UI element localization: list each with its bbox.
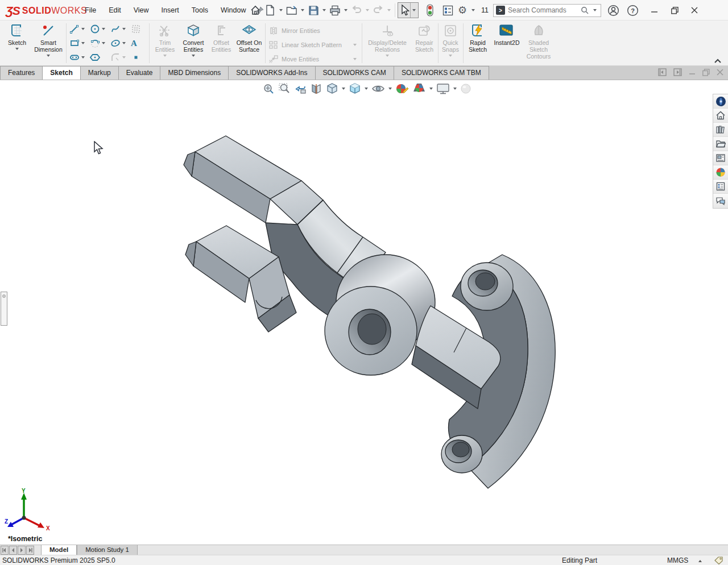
tab-sketch[interactable]: Sketch xyxy=(42,66,80,80)
account-button[interactable] xyxy=(607,3,621,18)
tab-solidworks-cam-tbm[interactable]: SOLIDWORKS CAM TBM xyxy=(394,66,489,80)
appearances-scenes-icon[interactable] xyxy=(713,165,728,180)
spline-tool-icon[interactable] xyxy=(110,24,121,34)
tab-features[interactable]: Features xyxy=(0,66,43,80)
polygon-tool-icon[interactable] xyxy=(90,52,100,63)
doc-restore-icon[interactable] xyxy=(702,69,710,76)
new-document-dropdown[interactable] xyxy=(279,9,283,11)
tab-scroll-next-icon[interactable] xyxy=(18,546,26,555)
smart-dimension-dropdown[interactable] xyxy=(47,55,50,57)
restore-window-button[interactable] xyxy=(667,2,684,19)
tab-evaluate[interactable]: Evaluate xyxy=(118,66,161,80)
previous-view-icon[interactable] xyxy=(292,82,308,95)
forum-icon[interactable] xyxy=(713,194,728,208)
text-tool-icon[interactable]: A xyxy=(131,39,137,48)
view-orientation-icon[interactable] xyxy=(324,82,340,95)
menu-insert[interactable]: Insert xyxy=(155,0,185,20)
tab-markup[interactable]: Markup xyxy=(80,66,119,80)
new-document-button[interactable] xyxy=(263,3,277,18)
units-selector[interactable]: MMGS xyxy=(667,556,688,564)
spline-dropdown[interactable] xyxy=(122,28,126,30)
search-icon[interactable] xyxy=(581,6,589,14)
pane-right-icon[interactable] xyxy=(673,68,682,76)
save-dropdown[interactable] xyxy=(322,9,326,11)
custom-properties-icon[interactable] xyxy=(713,180,728,194)
print-button[interactable] xyxy=(328,3,342,18)
3dexperience-compass-icon[interactable] xyxy=(713,94,728,109)
select-tool-dropdown[interactable] xyxy=(410,3,417,18)
offset-on-surface-button[interactable]: Offset On Surface xyxy=(235,22,263,64)
tag-icon[interactable] xyxy=(714,556,723,564)
help-button[interactable]: ? xyxy=(626,3,640,18)
undo-button[interactable] xyxy=(350,3,363,18)
sketch-dropdown[interactable] xyxy=(15,48,19,50)
tab-scroll-last-icon[interactable] xyxy=(26,546,34,555)
options-gear-button[interactable]: ⚙ xyxy=(456,3,469,18)
menu-edit[interactable]: Edit xyxy=(102,0,127,20)
menu-tools[interactable]: Tools xyxy=(185,0,214,20)
open-button[interactable] xyxy=(285,3,299,18)
convert-entities-button[interactable]: Convert Entities xyxy=(180,22,207,64)
search-dropdown[interactable] xyxy=(593,9,597,11)
rapid-sketch-button[interactable]: Rapid Sketch xyxy=(465,22,490,64)
search-commands-box[interactable]: > Search Commands xyxy=(493,4,601,17)
rectangle-tool-icon[interactable] xyxy=(69,38,80,48)
select-tool-button[interactable] xyxy=(398,2,419,18)
design-library-icon[interactable] xyxy=(713,123,728,137)
tab-scroll-first-icon[interactable] xyxy=(1,546,9,555)
minimize-window-button[interactable] xyxy=(646,2,663,19)
file-properties-button[interactable] xyxy=(441,3,454,18)
tab-solidworks-add-ins[interactable]: SOLIDWORKS Add-Ins xyxy=(228,66,315,80)
hide-show-items-icon[interactable] xyxy=(370,82,387,95)
tab-scroll-prev-icon[interactable] xyxy=(9,546,17,555)
home-button[interactable] xyxy=(249,3,262,18)
file-explorer-icon[interactable] xyxy=(713,137,728,151)
redo-button[interactable] xyxy=(371,3,385,18)
section-view-icon[interactable] xyxy=(308,82,324,95)
graphics-area[interactable]: Y X Z *Isometric xyxy=(0,80,728,545)
print-dropdown[interactable] xyxy=(344,9,348,11)
circle-tool-icon[interactable] xyxy=(90,24,100,34)
options-dropdown[interactable] xyxy=(471,9,475,11)
apply-scene-dropdown[interactable] xyxy=(429,88,433,90)
tab-mbd-dimensions[interactable]: MBD Dimensions xyxy=(160,66,229,80)
hide-show-dropdown[interactable] xyxy=(388,88,392,90)
menu-window[interactable]: Window xyxy=(214,0,252,20)
convert-entities-dropdown[interactable] xyxy=(192,55,195,57)
doc-minimize-icon[interactable] xyxy=(689,69,696,76)
edit-appearance-icon[interactable] xyxy=(394,82,411,95)
save-button[interactable] xyxy=(307,3,320,18)
units-dropdown-icon[interactable] xyxy=(698,560,702,562)
search-input[interactable]: Search Commands xyxy=(508,6,578,14)
view-orientation-dropdown[interactable] xyxy=(342,88,345,90)
collapse-ribbon-chevron-icon[interactable] xyxy=(714,59,720,63)
feature-manager-collapsed-tab[interactable] xyxy=(1,292,7,326)
motion-study-tab[interactable]: Motion Study 1 xyxy=(77,545,138,555)
tab-solidworks-cam[interactable]: SOLIDWORKS CAM xyxy=(315,66,394,80)
slot-dropdown[interactable] xyxy=(81,56,85,59)
model-tab[interactable]: Model xyxy=(41,545,77,555)
line-tool-icon[interactable] xyxy=(69,24,80,34)
line-dropdown[interactable] xyxy=(81,28,85,30)
menu-file[interactable]: File xyxy=(78,0,102,20)
model-part[interactable] xyxy=(171,126,563,496)
home-tab-icon[interactable] xyxy=(713,109,728,123)
view-settings-dropdown[interactable] xyxy=(453,88,457,90)
circle-dropdown[interactable] xyxy=(102,28,105,30)
display-style-icon[interactable] xyxy=(347,82,363,95)
ellipse-tool-icon[interactable] xyxy=(110,38,121,48)
smart-dimension-button[interactable]: Smart Dimension xyxy=(32,22,65,64)
zoom-to-fit-icon[interactable] xyxy=(260,82,276,95)
rebuild-traffic-light-icon[interactable] xyxy=(423,3,437,18)
display-style-dropdown[interactable] xyxy=(365,88,368,90)
instant2d-button[interactable]: Instant2D xyxy=(491,22,522,64)
point-tool-icon[interactable] xyxy=(131,52,141,63)
arc-tool-icon[interactable] xyxy=(90,38,100,48)
pane-left-icon[interactable] xyxy=(658,68,667,76)
rectangle-dropdown[interactable] xyxy=(81,42,85,44)
close-window-button[interactable] xyxy=(686,2,703,19)
view-palette-icon[interactable] xyxy=(713,151,728,165)
menu-view[interactable]: View xyxy=(127,0,155,20)
ellipse-dropdown[interactable] xyxy=(122,42,126,44)
zoom-to-area-icon[interactable] xyxy=(276,82,292,95)
